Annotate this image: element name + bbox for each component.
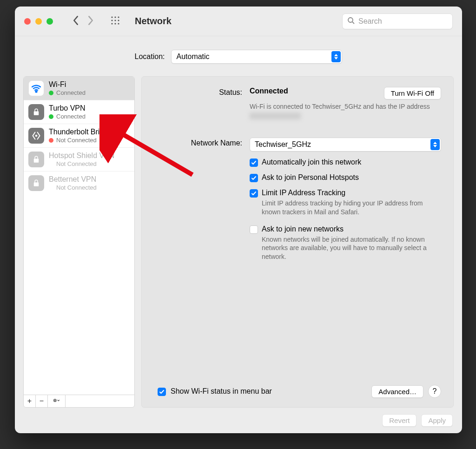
service-status: Connected xyxy=(49,113,130,120)
lock-icon xyxy=(28,152,44,167)
network-name-value: Techwiser_5GHz xyxy=(255,140,311,149)
advanced-button[interactable]: Advanced… xyxy=(371,385,423,398)
lock-icon xyxy=(28,175,44,191)
status-dot-icon xyxy=(49,91,53,95)
location-value: Automatic xyxy=(176,53,209,61)
stepper-icon xyxy=(331,51,341,62)
svg-point-6 xyxy=(111,23,112,24)
status-label: Status: xyxy=(154,87,242,99)
service-name: Hotspot Shield VPN xyxy=(49,152,130,160)
svg-point-9 xyxy=(348,18,353,22)
details-footer: Show Wi-Fi status in menu bar Advanced… … xyxy=(154,376,441,398)
svg-point-3 xyxy=(111,20,112,21)
details-panel: Status: Connected Turn Wi-Fi Off Wi-Fi i… xyxy=(141,76,454,408)
body: Wi-Fi Connected Turbo VPN xyxy=(15,69,462,408)
zoom-window-button[interactable] xyxy=(46,18,53,25)
service-wifi[interactable]: Wi-Fi Connected xyxy=(24,77,134,100)
back-button[interactable] xyxy=(73,15,79,27)
auto-join-label: Automatically join this network xyxy=(262,158,361,166)
menubar-checkbox[interactable] xyxy=(158,388,166,396)
spacer xyxy=(66,395,134,407)
svg-point-0 xyxy=(111,16,112,18)
svg-point-1 xyxy=(114,16,116,18)
window-footer: Revert Apply xyxy=(15,408,462,433)
ask-new-row: Ask to join new networks Known networks … xyxy=(154,225,441,262)
network-name-row: Network Name: Techwiser_5GHz xyxy=(154,138,441,152)
network-name-select[interactable]: Techwiser_5GHz xyxy=(250,138,441,152)
personal-hotspots-label: Ask to join Personal Hotspots xyxy=(262,173,359,182)
window-controls xyxy=(24,18,53,25)
auto-join-row: Automatically join this network xyxy=(154,158,441,167)
network-preferences-window: Network Location: Automatic xyxy=(15,7,462,433)
help-button[interactable]: ? xyxy=(428,385,441,398)
location-label: Location: xyxy=(135,53,165,61)
turn-wifi-off-button[interactable]: Turn Wi-Fi Off xyxy=(384,87,441,99)
close-window-button[interactable] xyxy=(24,18,31,25)
service-betternet-vpn[interactable]: Betternet VPN Not Connected xyxy=(24,172,134,195)
status-row: Status: Connected Turn Wi-Fi Off xyxy=(154,87,441,99)
location-select[interactable]: Automatic xyxy=(171,50,342,64)
personal-hotspots-checkbox[interactable] xyxy=(250,174,258,182)
limit-ip-row: Limit IP Address Tracking Limit IP addre… xyxy=(154,189,441,217)
svg-point-11 xyxy=(36,91,37,92)
menubar-label: Show Wi-Fi status in menu bar xyxy=(171,387,272,396)
service-thunderbolt-bridge[interactable]: Thunderbolt Bridge Not Connected xyxy=(24,124,134,148)
service-options-button[interactable] xyxy=(48,395,66,407)
svg-point-7 xyxy=(114,23,116,24)
sidebar: Wi-Fi Connected Turbo VPN xyxy=(23,76,135,408)
status-dot-icon xyxy=(49,114,53,119)
limit-ip-checkbox[interactable] xyxy=(250,189,258,198)
service-hotspot-shield-vpn[interactable]: Hotspot Shield VPN Not Connected xyxy=(24,148,134,172)
wifi-icon xyxy=(28,80,44,96)
toolbar: Network xyxy=(15,7,462,36)
lock-icon xyxy=(28,104,44,120)
status-description: Wi-Fi is connected to Techwiser_5GHz and… xyxy=(250,103,430,110)
ask-new-description: Known networks will be joined automatica… xyxy=(262,235,441,262)
add-service-button[interactable]: + xyxy=(24,395,36,407)
service-name: Thunderbolt Bridge xyxy=(49,128,130,136)
revert-button[interactable]: Revert xyxy=(382,414,416,427)
service-name: Wi-Fi xyxy=(49,80,130,89)
minimize-window-button[interactable] xyxy=(35,18,42,25)
network-name-label: Network Name: xyxy=(154,138,242,152)
service-status: Not Connected xyxy=(49,137,130,144)
service-list-toolbar: + − xyxy=(23,395,135,408)
search-icon xyxy=(347,17,355,26)
svg-point-8 xyxy=(118,23,119,24)
forward-button[interactable] xyxy=(87,15,94,27)
thunderbolt-icon xyxy=(28,128,44,144)
search-input[interactable] xyxy=(358,17,451,26)
status-desc-row: Wi-Fi is connected to Techwiser_5GHz and… xyxy=(154,99,441,120)
window-title: Network xyxy=(135,16,172,26)
nav-buttons xyxy=(73,15,94,27)
redacted-ip-address xyxy=(250,112,301,119)
limit-ip-label: Limit IP Address Tracking xyxy=(262,189,441,197)
svg-point-2 xyxy=(118,16,119,18)
service-list: Wi-Fi Connected Turbo VPN xyxy=(23,76,135,395)
service-status: Not Connected xyxy=(49,184,130,191)
location-row: Location: Automatic xyxy=(15,36,462,69)
status-value: Connected xyxy=(250,87,375,95)
svg-point-5 xyxy=(118,20,119,21)
show-all-icon[interactable] xyxy=(111,16,120,27)
svg-point-12 xyxy=(36,135,37,137)
svg-line-10 xyxy=(352,22,354,24)
limit-ip-description: Limit IP address tracking by hiding your… xyxy=(262,199,441,217)
status-dot-icon xyxy=(49,138,53,143)
ask-new-label: Ask to join new networks xyxy=(262,225,441,233)
service-status: Not Connected xyxy=(49,160,130,167)
ask-new-checkbox[interactable] xyxy=(250,225,258,234)
service-status: Connected xyxy=(49,89,130,96)
service-turbo-vpn[interactable]: Turbo VPN Connected xyxy=(24,100,134,124)
svg-point-14 xyxy=(54,400,55,401)
search-field[interactable] xyxy=(342,13,453,29)
stepper-icon xyxy=(430,139,440,150)
service-name: Betternet VPN xyxy=(49,175,130,184)
service-name: Turbo VPN xyxy=(49,104,130,112)
apply-button[interactable]: Apply xyxy=(421,414,453,427)
personal-hotspots-row: Ask to join Personal Hotspots xyxy=(154,173,441,182)
auto-join-checkbox[interactable] xyxy=(250,158,258,167)
svg-point-4 xyxy=(114,20,116,21)
remove-service-button[interactable]: − xyxy=(36,395,48,407)
